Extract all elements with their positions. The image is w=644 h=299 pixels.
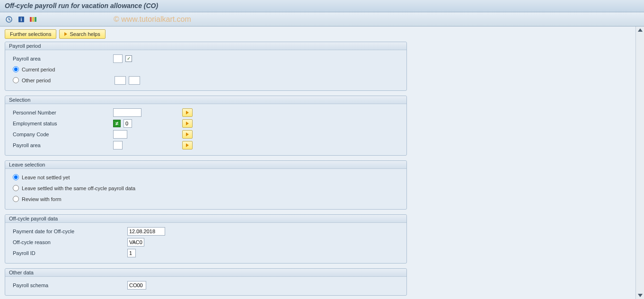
personnel-number-label: Personnel Number bbox=[11, 110, 110, 115]
arrow-right-icon bbox=[186, 122, 189, 125]
personnel-number-field[interactable] bbox=[113, 108, 141, 117]
review-form-radio[interactable] bbox=[13, 196, 19, 202]
payroll-area-field[interactable] bbox=[113, 54, 123, 63]
payroll-area-sel-field[interactable] bbox=[113, 141, 123, 150]
group-title-offcycle-data: Off-cycle payroll data bbox=[5, 215, 406, 223]
group-title-payroll-period: Payroll period bbox=[5, 42, 406, 50]
main-content: Further selections Search helps Payroll … bbox=[0, 26, 635, 299]
svg-text:i: i bbox=[21, 17, 22, 22]
other-period-radio[interactable] bbox=[13, 77, 19, 83]
group-title-other-data: Other data bbox=[5, 269, 406, 277]
group-leave-selection: Leave selection Leave not settled yet Le… bbox=[5, 160, 407, 210]
window-title: Off-cycle payroll run for vacation allow… bbox=[0, 0, 644, 12]
group-selection: Selection Personnel Number Employment st… bbox=[5, 96, 407, 156]
svg-rect-5 bbox=[35, 17, 36, 22]
group-offcycle-data: Off-cycle payroll data Payment date for … bbox=[5, 214, 407, 264]
not-equal-icon[interactable]: ≠ bbox=[113, 120, 121, 127]
search-helps-button[interactable]: Search helps bbox=[59, 29, 106, 39]
arrow-right-icon bbox=[186, 111, 189, 114]
group-title-selection: Selection bbox=[5, 96, 406, 104]
search-helps-label: Search helps bbox=[70, 31, 100, 37]
company-code-label: Company Code bbox=[11, 132, 110, 137]
group-other-data: Other data Payroll schema bbox=[5, 268, 407, 296]
payment-date-label: Payment date for Off-cycle bbox=[11, 229, 124, 234]
svg-rect-3 bbox=[30, 17, 32, 22]
offcycle-reason-field[interactable] bbox=[127, 238, 144, 246]
payroll-schema-label: Payroll schema bbox=[11, 282, 124, 288]
execute-icon[interactable] bbox=[5, 15, 13, 24]
current-period-radio[interactable] bbox=[13, 66, 19, 72]
arrow-right-icon bbox=[64, 32, 67, 36]
employment-status-label: Employment status bbox=[11, 121, 110, 126]
payroll-schema-field[interactable] bbox=[127, 281, 146, 290]
payment-date-field[interactable] bbox=[127, 227, 165, 236]
arrow-right-icon bbox=[186, 132, 189, 136]
company-code-multi-button[interactable] bbox=[182, 130, 193, 139]
toolbar: i bbox=[0, 12, 644, 26]
svg-rect-4 bbox=[32, 17, 34, 22]
employment-status-field[interactable] bbox=[124, 119, 132, 128]
current-period-label: Current period bbox=[22, 67, 55, 72]
leave-not-settled-radio[interactable] bbox=[13, 174, 19, 180]
company-code-field[interactable] bbox=[113, 130, 127, 139]
payroll-area-checkbox[interactable]: ✓ bbox=[125, 55, 132, 62]
vertical-scrollbar[interactable] bbox=[635, 26, 644, 299]
group-title-leave-selection: Leave selection bbox=[5, 161, 406, 169]
personnel-number-multi-button[interactable] bbox=[182, 108, 193, 117]
offcycle-reason-label: Off-cycle reason bbox=[11, 239, 124, 245]
other-period-from-field[interactable] bbox=[115, 76, 126, 85]
arrow-right-icon bbox=[186, 143, 189, 147]
payroll-area-multi-button[interactable] bbox=[182, 141, 193, 150]
leave-settled-radio[interactable] bbox=[13, 185, 19, 191]
variant-icon[interactable] bbox=[29, 15, 38, 24]
payroll-area-label: Payroll area bbox=[11, 56, 110, 62]
employment-status-multi-button[interactable] bbox=[182, 119, 193, 128]
group-payroll-period: Payroll period Payroll area ✓ Current pe… bbox=[5, 42, 407, 91]
payroll-area-sel-label: Payroll area bbox=[11, 142, 110, 148]
leave-not-settled-label: Leave not settled yet bbox=[22, 175, 70, 180]
other-period-label: Other period bbox=[22, 78, 112, 83]
further-selections-button[interactable]: Further selections bbox=[5, 29, 56, 39]
payroll-id-field[interactable] bbox=[127, 249, 136, 257]
leave-settled-label: Leave settled with the same off-cycle pa… bbox=[22, 185, 135, 191]
other-period-to-field[interactable] bbox=[129, 76, 140, 85]
review-form-label: Review with form bbox=[22, 196, 62, 202]
payroll-id-label: Payroll ID bbox=[11, 250, 124, 256]
info-icon[interactable]: i bbox=[17, 15, 26, 24]
scroll-down-icon[interactable] bbox=[638, 294, 643, 297]
scroll-up-icon[interactable] bbox=[638, 28, 643, 32]
